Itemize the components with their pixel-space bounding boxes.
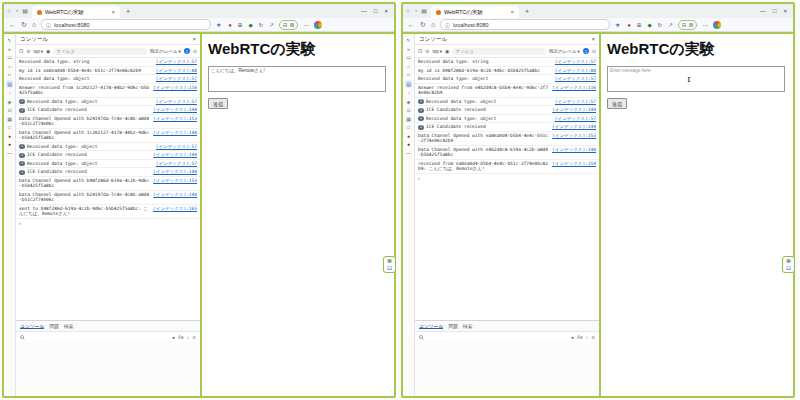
source-location-link[interactable]: (インデックス):88: [156, 68, 197, 74]
source-location-link[interactable]: (インデックス):57: [555, 59, 596, 65]
extensions-grid-icon[interactable]: ⊞: [238, 22, 243, 28]
source-location-link[interactable]: (インデックス):148: [153, 130, 197, 136]
source-location-link[interactable]: (インデックス):165: [153, 206, 197, 212]
source-location-link[interactable]: (インデックス):57: [156, 144, 197, 150]
address-bar[interactable]: ⓘ localhost:8080: [41, 19, 211, 30]
history-icon[interactable]: ◔: [414, 5, 418, 18]
refresh-search-icon[interactable]: ○: [586, 335, 589, 340]
console-settings-icon[interactable]: ⊙: [592, 48, 596, 54]
welcome-home-icon[interactable]: ⌂: [8, 63, 11, 69]
tab-search-icon[interactable]: ○: [406, 5, 410, 18]
context-selector[interactable]: top ▾: [432, 49, 442, 54]
application-icon[interactable]: □: [8, 124, 11, 130]
log-level-dropdown[interactable]: 既定のレベル ▾: [150, 49, 181, 54]
clear-console-icon[interactable]: ⊘: [26, 48, 30, 54]
widget-stop-icon[interactable]: ⊗: [387, 258, 392, 264]
source-location-link[interactable]: (インデックス):57: [555, 99, 596, 105]
privacy-shield-icon[interactable]: ◆: [647, 22, 651, 28]
reload-icon[interactable]: ↻: [21, 21, 27, 29]
drawer-tab[interactable]: 検索: [463, 323, 473, 329]
overflow-icon[interactable]: —: [7, 150, 12, 156]
application-icon[interactable]: □: [407, 124, 410, 130]
styles-icon[interactable]: ◈: [8, 99, 12, 105]
profile-avatar[interactable]: [314, 21, 322, 29]
share-icon[interactable]: ↗: [269, 22, 274, 28]
record-alt-icon[interactable]: ●: [8, 141, 11, 147]
live-expression-icon[interactable]: ◉: [46, 48, 50, 54]
bookmark-star-icon[interactable]: ★: [615, 21, 620, 28]
source-location-link[interactable]: (インデックス):116: [552, 85, 596, 91]
panels-icon[interactable]: ▤: [22, 5, 28, 18]
translate-icon[interactable]: ⊠: [290, 22, 294, 28]
clear-console-icon[interactable]: ⊘: [425, 48, 429, 54]
overflow-menu-icon[interactable]: ⋯: [303, 21, 309, 28]
source-location-link[interactable]: (インデックス):153: [153, 178, 197, 184]
devtools-close-icon[interactable]: ×: [591, 36, 595, 42]
styles-icon[interactable]: ◈: [407, 99, 411, 105]
source-location-link[interactable]: (インデックス):144: [153, 169, 197, 175]
panels-icon[interactable]: ▤: [421, 5, 427, 18]
new-tab-button[interactable]: +: [525, 5, 529, 18]
tab-close-icon[interactable]: ×: [510, 9, 514, 15]
site-tools-pill[interactable]: ⊟⊠: [678, 20, 697, 30]
browser-tab[interactable]: WebRTCの実験 ×: [32, 6, 120, 18]
source-location-link[interactable]: (インデックス):57: [156, 59, 197, 65]
history-icon[interactable]: ◔: [15, 5, 19, 18]
reload-icon[interactable]: ↻: [420, 21, 426, 29]
performance-icon[interactable]: ⊙: [7, 107, 11, 113]
match-count-icon[interactable]: ●: [172, 335, 175, 340]
clear-search-icon[interactable]: ⊘: [591, 335, 595, 340]
extensions-grid-icon[interactable]: ⊞: [637, 22, 642, 28]
console-icon[interactable]: ▤: [405, 80, 412, 88]
source-location-link[interactable]: (インデックス):153: [153, 116, 197, 122]
network-icon[interactable]: ◔: [8, 90, 11, 96]
overflow-menu-icon[interactable]: ⋯: [702, 21, 708, 28]
bookmark-star-icon[interactable]: ★: [216, 21, 221, 28]
match-count-icon[interactable]: ●: [571, 335, 574, 340]
back-icon[interactable]: ←: [408, 21, 415, 28]
refresh-search-icon[interactable]: ○: [187, 335, 190, 340]
inspect-icon[interactable]: ↖: [406, 37, 410, 43]
memory-icon[interactable]: ▦: [7, 116, 12, 122]
minimize-button[interactable]: —: [361, 5, 367, 18]
send-button[interactable]: 送信: [208, 98, 228, 109]
console-prompt[interactable]: ›: [415, 174, 599, 182]
memory-icon[interactable]: ▦: [406, 116, 411, 122]
console-filter-input[interactable]: フィルタ: [53, 48, 147, 55]
source-location-link[interactable]: (インデックス):116: [153, 85, 197, 91]
drawer-tab[interactable]: 検索: [64, 323, 74, 329]
drawer-tab[interactable]: 問題: [49, 323, 59, 329]
browser-tab[interactable]: WebRTCの実験 ×: [431, 6, 519, 18]
drawer-tab[interactable]: コンソール: [419, 323, 443, 329]
edge-floating-widget[interactable]: ⊗ ⊡: [383, 256, 396, 273]
overflow-icon[interactable]: —: [406, 150, 411, 156]
home-icon[interactable]: ⌂: [32, 21, 36, 28]
source-location-link[interactable]: (インデックス):57: [156, 76, 197, 82]
device-toolbar-icon[interactable]: ▭: [406, 54, 411, 60]
drawer-tab[interactable]: 問題: [448, 323, 458, 329]
devtools-close-icon[interactable]: ×: [192, 36, 196, 42]
new-tab-button[interactable]: +: [126, 5, 130, 18]
source-location-link[interactable]: (インデックス):144: [552, 124, 596, 130]
welcome-home-icon[interactable]: ⌂: [407, 63, 410, 69]
chevrons-icon[interactable]: »: [407, 46, 410, 52]
source-location-link[interactable]: (インデックス):57: [555, 76, 596, 82]
back-icon[interactable]: ←: [9, 21, 16, 28]
reader-icon[interactable]: ⊟: [682, 22, 686, 28]
performance-icon[interactable]: ⊙: [406, 107, 410, 113]
drawer-tab[interactable]: コンソール: [20, 323, 44, 329]
source-location-link[interactable]: (インデックス):148: [153, 192, 197, 198]
tab-close-icon[interactable]: ×: [111, 9, 115, 15]
source-location-link[interactable]: (インデックス):88: [555, 68, 596, 74]
tab-search-icon[interactable]: ○: [7, 5, 11, 18]
console-settings-icon[interactable]: ⊙: [193, 48, 197, 54]
widget-window-icon[interactable]: ⊡: [387, 265, 392, 271]
inspect-icon[interactable]: ↖: [7, 37, 11, 43]
clear-search-icon[interactable]: ⊘: [192, 335, 196, 340]
profile-avatar[interactable]: [713, 21, 721, 29]
address-bar[interactable]: ⓘ localhost:8080: [440, 19, 610, 30]
match-case-icon[interactable]: Aa: [178, 335, 184, 340]
chevrons-icon[interactable]: »: [8, 46, 11, 52]
source-location-link[interactable]: (インデックス):57: [555, 116, 596, 122]
source-location-link[interactable]: (インデックス):144: [153, 107, 197, 113]
